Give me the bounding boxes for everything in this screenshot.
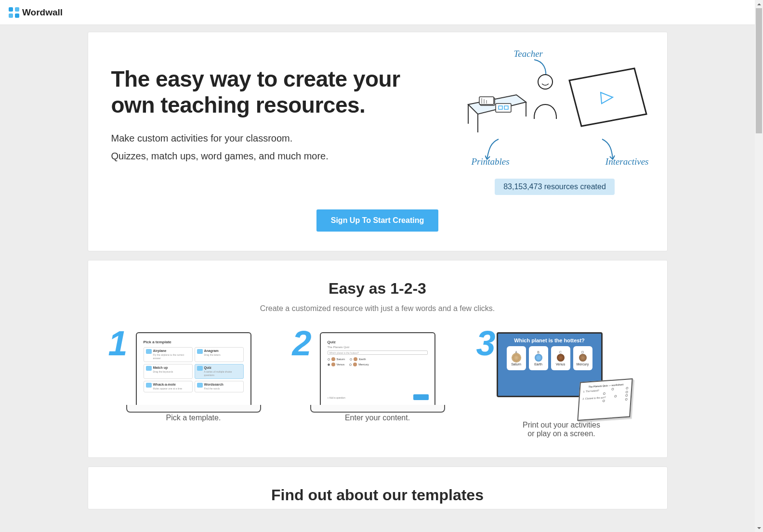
planet-icon [513,354,520,362]
step-caption-line2: or play on a screen. [479,429,644,438]
planet-option: ASaturn [507,346,526,370]
quiz-option: Venus [328,363,345,366]
template-cell: Whack-a-moleMoles appear one at a time [144,381,193,392]
template-name: Airplane [153,349,167,352]
desk-sketch-icon [466,90,528,133]
option-label: Mercury [358,363,369,366]
template-cell: QuizA series of multiple choice question… [195,364,244,379]
hero-title: The easy way to create your own teaching… [111,66,447,118]
radio-icon [328,363,330,366]
planet-name: Earth [534,363,542,366]
signup-button[interactable]: Sign Up To Start Creating [316,209,438,232]
template-desc: Find the words [204,387,220,390]
template-desc: Drag the letters [204,353,221,356]
template-thumb-icon [197,366,203,371]
template-name: Match up [153,366,168,369]
template-desc: Fly the airplane to the correct answer [153,353,184,360]
planet-icon [331,357,335,361]
radio-icon [350,358,352,361]
step-1: 1 Pick a template AirplaneFly the airpla… [111,332,276,438]
step-3: 3 Which planet is the hottest? ASaturnBE… [479,332,644,438]
template-name: Anagram [204,349,219,352]
template-cell: AirplaneFly the airplane to the correct … [144,347,193,362]
planet-option: DMercury [573,346,592,370]
question-input: Which planet is the hottest? [328,350,428,355]
planet-icon [557,354,565,362]
templates-card: Find out about our templates [88,467,668,509]
screen-title: Quiz [328,340,428,344]
easy-steps-card: Easy as 1-2-3 Create a customized resour… [88,260,668,458]
template-thumb-icon [197,383,203,388]
easy-subtitle: Create a customized resource with just a… [111,304,644,313]
planet-name: Venus [556,363,565,366]
template-thumb-icon [197,349,203,354]
scroll-up-arrow-icon[interactable] [755,0,763,8]
step-number: 1 [108,324,128,363]
planet-icon [579,354,587,362]
template-cell: AnagramDrag the letters [195,347,244,362]
step-caption: Enter your content. [295,414,460,422]
template-cell: Match upDrag the keywords [144,364,193,379]
screen-sketch-icon [567,66,649,129]
done-button-icon [413,394,429,400]
template-desc: Drag the keywords [153,370,173,373]
option-letter: A [515,350,517,354]
resources-count-badge: 83,153,473 resources created [495,179,615,195]
brand-icon [9,7,19,18]
add-question-label: + Add a question [328,396,345,399]
planet-icon [535,354,542,362]
radio-icon [328,358,330,361]
step-number: 3 [476,324,496,363]
template-thumb-icon [146,383,152,388]
quiz-option: Saturn [328,357,345,361]
brand-name: Wordwall [22,7,63,18]
easy-title: Easy as 1-2-3 [111,280,644,298]
planet-icon [354,357,357,361]
screen-title: Pick a template [144,340,244,344]
planet-option: CVenus [551,346,570,370]
option-letter: D [581,350,584,354]
person-sketch-icon [528,73,567,126]
option-label: Venus [337,363,345,366]
step-2: 2 Quiz The Planets Quiz Which planet is … [295,332,460,438]
option-label: Earth [359,358,366,361]
step-caption: Print out your activities or play on a s… [479,421,644,438]
hero-subtitle-1: Make custom activities for your classroo… [111,133,447,144]
templates-title: Find out about our templates [111,486,644,504]
template-name: Quiz [204,366,211,369]
laptop-illustration: Quiz The Planets Quiz Which planet is th… [320,332,435,407]
scrollbar[interactable] [755,0,763,518]
radio-icon [349,363,352,366]
arrow-icon [485,138,502,160]
template-name: Whack-a-mole [153,383,176,386]
laptop-illustration: Pick a template AirplaneFly the airplane… [136,332,251,407]
svg-point-8 [538,75,553,89]
arrow-icon [598,138,615,160]
hero-card: The easy way to create your own teaching… [88,32,668,251]
template-name: Wordsearch [204,383,224,386]
scrollbar-thumb[interactable] [756,8,762,133]
top-bar: Wordwall [0,0,763,25]
planet-option: BEarth [529,346,548,370]
svg-rect-5 [496,104,511,112]
quiz-option: Mercury [349,363,369,366]
quiz-option: Earth [350,357,366,361]
planet-name: Mercury [577,363,589,366]
hero-illustration: Teacher Printables Interactives [466,52,644,157]
step-caption: Pick a template. [111,414,276,422]
step-caption-line1: Print out your activities [523,421,600,429]
template-desc: Moles appear one at a time [153,387,183,390]
monitor-illustration: Which planet is the hottest? ASaturnBEar… [497,332,627,414]
template-desc: A series of multiple choice questions [204,370,232,377]
quiz-question: Which planet is the hottest? [502,337,597,343]
option-letter: C [559,350,562,354]
screen-subtitle: The Planets Quiz [328,346,428,349]
planet-icon [353,363,357,366]
option-label: Saturn [337,358,345,361]
printout-illustration: The Planets Quiz — worksheet 1. The hott… [577,378,632,421]
illus-label-teacher: Teacher [514,49,543,59]
planet-icon [331,363,335,366]
planet-name: Saturn [511,363,521,366]
brand-logo[interactable]: Wordwall [9,7,63,18]
option-letter: B [537,350,539,354]
